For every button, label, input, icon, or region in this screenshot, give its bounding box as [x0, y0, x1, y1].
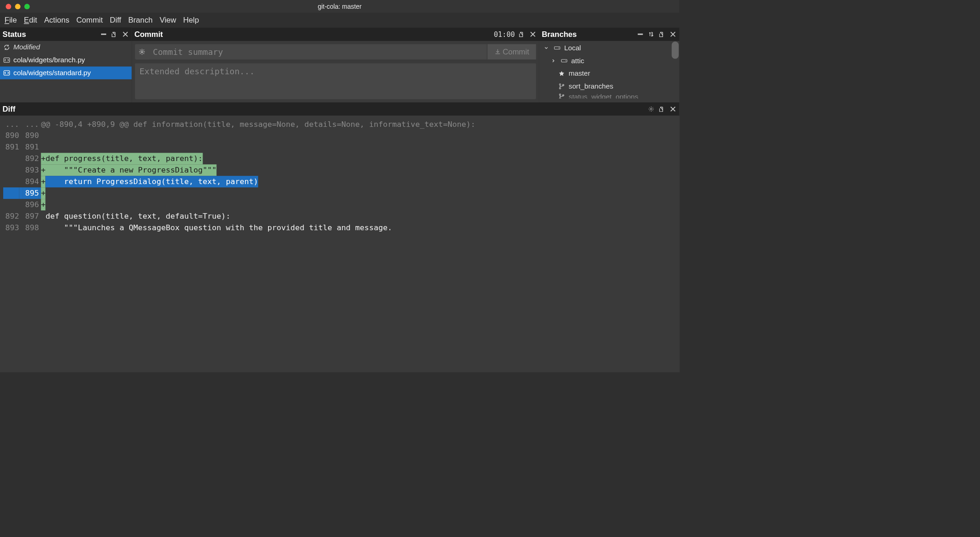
ellipsis-icon[interactable]	[100, 30, 108, 38]
line-number-old: ...	[3, 118, 19, 130]
code-text: """Launches a QMessageBox question with …	[41, 222, 392, 233]
menu-commit[interactable]: Commit	[77, 16, 103, 24]
chevron-right-icon	[550, 57, 557, 65]
close-icon[interactable]	[669, 105, 677, 113]
branch-item[interactable]: attic	[539, 54, 680, 67]
svg-rect-7	[554, 47, 560, 49]
status-title: Status	[3, 30, 26, 38]
branch-label: attic	[571, 57, 584, 65]
line-number-new: 896	[23, 199, 39, 210]
plus-marker: +	[41, 199, 46, 210]
status-file-row[interactable]: cola/widgets/branch.py	[0, 54, 132, 66]
branch-item[interactable]: status_widget_options	[539, 93, 680, 98]
line-number-old	[3, 176, 19, 187]
svg-rect-0	[101, 34, 106, 35]
code-file-icon	[3, 69, 11, 77]
code-added: + """Create a new ProgressDialog"""	[41, 164, 217, 176]
svg-point-12	[559, 88, 561, 89]
diff-line[interactable]: 891891	[3, 141, 676, 153]
menu-edit[interactable]: Edit	[24, 16, 37, 24]
menu-diff[interactable]: Diff	[110, 16, 121, 24]
window-title: git-cola: master	[318, 3, 362, 10]
line-number-old	[3, 199, 19, 210]
svg-point-3	[141, 51, 143, 53]
menu-help[interactable]: Help	[183, 16, 199, 24]
diff-panel-title: Diff	[0, 102, 679, 116]
line-number-old: 892	[3, 210, 19, 222]
line-number-old	[3, 187, 19, 199]
status-file-label: cola/widgets/branch.py	[13, 56, 85, 64]
menu-branch[interactable]: Branch	[128, 16, 153, 24]
ellipsis-icon[interactable]	[636, 30, 644, 38]
status-file-row[interactable]: cola/widgets/standard.py	[0, 66, 132, 79]
diff-title: Diff	[3, 105, 16, 113]
diff-line[interactable]: 895+	[3, 187, 676, 199]
commit-countdown: 01:00	[494, 30, 515, 38]
line-number-new: 894	[23, 176, 39, 187]
line-number-new: 892	[23, 153, 39, 164]
menu-actions[interactable]: Actions	[44, 16, 70, 24]
menu-view[interactable]: View	[160, 16, 176, 24]
svg-text:Z: Z	[651, 34, 653, 37]
window-minimize-icon[interactable]	[15, 4, 21, 9]
line-number-old: 893	[3, 222, 19, 233]
drive-icon	[560, 57, 568, 65]
svg-point-14	[559, 94, 561, 95]
popout-icon[interactable]	[518, 30, 526, 38]
line-number-old	[3, 164, 19, 176]
branches-local-label: Local	[564, 44, 581, 52]
commit-panel-title: Commit 01:00	[132, 28, 539, 41]
popout-icon[interactable]	[658, 30, 666, 38]
branch-item[interactable]: sort_branches	[539, 80, 680, 93]
branch-label: master	[569, 69, 591, 78]
branch-label: sort_branches	[569, 82, 614, 90]
svg-point-11	[559, 84, 561, 85]
line-number-new: 893	[23, 164, 39, 176]
status-modified-header[interactable]: Modified	[0, 41, 132, 54]
diff-line[interactable]: 894+ return ProgressDialog(title, text, …	[3, 176, 676, 187]
branches-panel-title: Branches AZ	[539, 28, 680, 41]
status-file-label: cola/widgets/standard.py	[13, 69, 91, 77]
line-number-new: 890	[23, 130, 39, 141]
plus-marker: +	[41, 187, 46, 199]
branches-local-row[interactable]: Local	[539, 42, 680, 54]
diff-line[interactable]: 896+	[3, 199, 676, 210]
gear-icon[interactable]	[647, 105, 655, 113]
diff-line[interactable]: 890890	[3, 130, 676, 141]
diff-line[interactable]: 893898 """Launches a QMessageBox questio…	[3, 222, 676, 233]
line-number-new: 895	[23, 187, 39, 199]
drive-icon	[553, 44, 561, 52]
close-icon[interactable]	[121, 30, 129, 38]
diff-line[interactable]: 892897 def question(title, text, default…	[3, 210, 676, 222]
sort-icon[interactable]: AZ	[647, 30, 655, 38]
svg-rect-4	[638, 34, 643, 35]
close-icon[interactable]	[669, 30, 677, 38]
commit-button-label: Commit	[502, 48, 529, 56]
branch-item[interactable]: master	[539, 67, 680, 80]
line-number-old: 890	[3, 130, 19, 141]
diff-body[interactable]: ......@@ -890,4 +890,9 @@ def informatio…	[0, 116, 679, 372]
commit-description-input[interactable]	[135, 63, 536, 99]
svg-text:A: A	[651, 31, 653, 34]
titlebar: git-cola: master	[0, 0, 679, 13]
commit-options-button[interactable]	[135, 44, 149, 60]
scrollbar-thumb[interactable]	[672, 42, 679, 59]
commit-summary-input[interactable]	[149, 44, 487, 60]
popout-icon[interactable]	[111, 30, 119, 38]
commit-button[interactable]: Commit	[487, 44, 536, 60]
diff-line[interactable]: 893+ """Create a new ProgressDialog"""	[3, 164, 676, 176]
svg-point-17	[650, 108, 652, 110]
window-zoom-icon[interactable]	[24, 4, 30, 9]
refresh-icon	[3, 43, 11, 52]
hunk-header: @@ -890,4 +890,9 @@ def information(titl…	[41, 118, 476, 130]
menu-file[interactable]: File	[5, 16, 17, 24]
line-number-new: 891	[23, 141, 39, 153]
diff-line[interactable]: ......@@ -890,4 +890,9 @@ def informatio…	[3, 118, 676, 130]
popout-icon[interactable]	[658, 105, 666, 113]
window-close-icon[interactable]	[6, 4, 11, 9]
svg-point-8	[558, 48, 559, 48]
code-file-icon	[3, 56, 11, 64]
gear-icon	[139, 48, 145, 55]
close-icon[interactable]	[529, 30, 537, 38]
diff-line[interactable]: 892+def progress(title, text, parent):	[3, 153, 676, 164]
